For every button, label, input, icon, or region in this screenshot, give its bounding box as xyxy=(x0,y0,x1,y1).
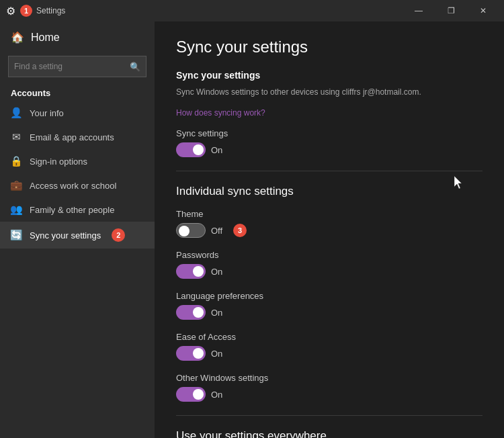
minimize-button[interactable]: — xyxy=(403,0,434,21)
divider-1 xyxy=(176,171,482,171)
divider-2 xyxy=(176,415,482,416)
ease-access-toggle-thumb xyxy=(193,348,204,359)
sync-settings-label: Sync your settings xyxy=(30,230,101,240)
language-setting-row: Language preferences On xyxy=(176,291,482,320)
language-toggle-row: On xyxy=(176,305,482,320)
other-windows-label: Other Windows settings xyxy=(176,373,482,383)
sidebar-item-family-other-people[interactable]: 👥 Family & other people xyxy=(0,198,155,222)
sync-icon: 🔄 xyxy=(11,230,22,240)
passwords-toggle[interactable] xyxy=(176,264,206,279)
search-icon[interactable]: 🔍 xyxy=(130,62,140,72)
accounts-section-title: Accounts xyxy=(0,83,155,101)
passwords-toggle-row: On xyxy=(176,264,482,279)
theme-toggle-row: Off 3 xyxy=(176,223,482,238)
sync-settings-toggle[interactable] xyxy=(176,142,206,157)
sidebar-item-your-info[interactable]: 👤 Your info xyxy=(0,101,155,125)
sidebar-item-sign-in-options[interactable]: 🔒 Sign-in options xyxy=(0,149,155,173)
language-toggle[interactable] xyxy=(176,305,206,320)
title-bar-left: ⚙ 1 Settings xyxy=(5,5,403,17)
sync-section-title: Sync your settings xyxy=(176,70,482,81)
individual-section-title: Individual sync settings xyxy=(176,185,482,198)
sync-settings-row: Sync settings On xyxy=(176,128,482,157)
ease-access-toggle-row: On xyxy=(176,346,482,361)
language-toggle-thumb xyxy=(193,307,204,318)
theme-toggle-thumb xyxy=(179,226,190,236)
sync-settings-thumb xyxy=(193,144,204,155)
other-windows-state: On xyxy=(211,390,222,400)
passwords-label: Passwords xyxy=(176,250,482,260)
badge-1: 1 xyxy=(20,5,32,17)
title-bar-title: Settings xyxy=(36,6,65,15)
home-button[interactable]: 🏠 Home xyxy=(0,21,155,53)
sidebar: 🏠 Home 🔍 Accounts 👤 Your info ✉ Email & … xyxy=(0,21,155,438)
use-settings-title: Use your settings everywhere xyxy=(176,429,482,438)
passwords-setting-row: Passwords On xyxy=(176,250,482,279)
theme-setting-row: Theme Off 3 xyxy=(176,209,482,238)
badge-3: 3 xyxy=(233,224,247,237)
email-app-accounts-label: Email & app accounts xyxy=(30,132,114,142)
sidebar-item-email-app-accounts[interactable]: ✉ Email & app accounts xyxy=(0,125,155,149)
family-other-people-label: Family & other people xyxy=(30,205,114,215)
main-layout: 🏠 Home 🔍 Accounts 👤 Your info ✉ Email & … xyxy=(0,21,504,438)
passwords-toggle-thumb xyxy=(193,266,204,277)
ease-access-label: Ease of Access xyxy=(176,332,482,342)
title-bar-controls: — ❐ ✕ xyxy=(403,0,499,21)
title-bar: ⚙ 1 Settings — ❐ ✕ xyxy=(0,0,504,21)
sync-settings-state: On xyxy=(211,145,222,155)
lock-icon: 🔒 xyxy=(11,156,22,167)
other-windows-toggle[interactable] xyxy=(176,387,206,402)
theme-label: Theme xyxy=(176,209,482,219)
search-box[interactable]: 🔍 xyxy=(8,56,146,77)
ease-access-state: On xyxy=(211,349,222,359)
sync-section-description: Sync Windows settings to other devices u… xyxy=(176,86,482,98)
language-label: Language preferences xyxy=(176,291,482,301)
family-icon: 👥 xyxy=(11,204,22,215)
sidebar-item-access-work-school[interactable]: 💼 Access work or school xyxy=(0,173,155,198)
search-input[interactable] xyxy=(14,62,130,71)
email-icon: ✉ xyxy=(11,132,22,142)
settings-icon: ⚙ xyxy=(5,5,16,16)
ease-access-toggle[interactable] xyxy=(176,346,206,361)
theme-toggle[interactable] xyxy=(176,223,206,238)
other-windows-setting-row: Other Windows settings On xyxy=(176,373,482,402)
ease-access-setting-row: Ease of Access On xyxy=(176,332,482,361)
close-button[interactable]: ✕ xyxy=(468,0,499,21)
home-icon: 🏠 xyxy=(11,31,24,44)
other-windows-toggle-thumb xyxy=(193,389,204,400)
access-work-school-label: Access work or school xyxy=(30,181,116,191)
sidebar-item-sync-settings[interactable]: 🔄 Sync your settings 2 xyxy=(0,222,155,249)
theme-state: Off xyxy=(211,226,222,236)
language-state: On xyxy=(211,308,222,318)
your-info-label: Your info xyxy=(30,108,64,118)
sync-settings-toggle-row: On xyxy=(176,142,482,157)
badge-2: 2 xyxy=(112,228,125,242)
page-title: Sync your settings xyxy=(176,38,482,56)
other-windows-toggle-row: On xyxy=(176,387,482,402)
sign-in-options-label: Sign-in options xyxy=(30,157,87,167)
your-info-icon: 👤 xyxy=(11,107,22,118)
content-area: Sync your settings Sync your settings Sy… xyxy=(155,21,504,438)
briefcase-icon: 💼 xyxy=(11,180,22,191)
maximize-button[interactable]: ❐ xyxy=(435,0,466,21)
how-does-syncing-link[interactable]: How does syncing work? xyxy=(176,108,265,118)
passwords-state: On xyxy=(211,267,222,277)
home-label: Home xyxy=(31,32,60,44)
sync-settings-label: Sync settings xyxy=(176,128,482,138)
